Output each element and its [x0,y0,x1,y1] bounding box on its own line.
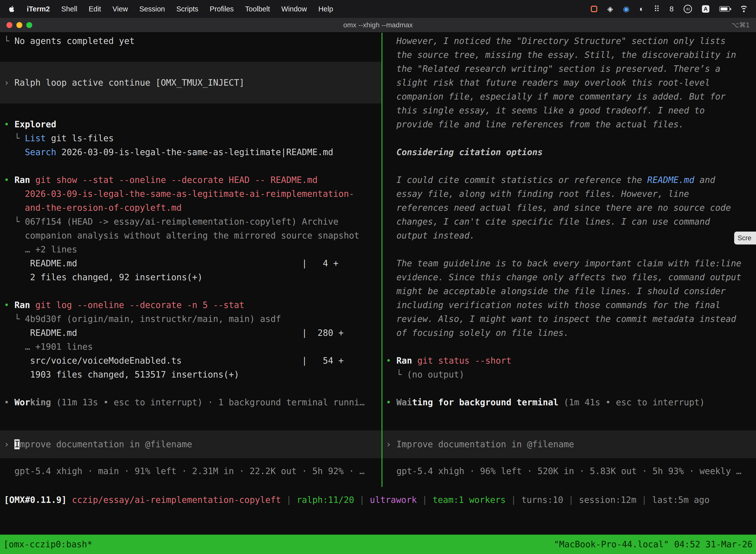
prompt-text-right: › Improve documentation in @filename [382,437,574,451]
explored-header: • Explored [0,117,381,131]
reasoning-line: I could cite commit statistics or refere… [382,173,756,187]
menu-item-edit[interactable]: Edit [88,5,101,13]
session-status-right: gpt-5.4 xhigh · 96% left · 520K in · 5.8… [382,464,756,478]
apple-menu-icon[interactable] [8,5,15,13]
battery-percent-icon[interactable]: .61 [684,5,692,13]
menu-item-shell[interactable]: Shell [61,5,77,13]
blank [382,340,756,354]
reasoning-line: companion file, especially if more comme… [382,90,756,104]
reasoning-line: references need actual files, and since … [382,201,756,215]
prompt-input-left[interactable]: › Improve documentation in @filename [0,430,381,458]
terminal-pane-right[interactable]: However, I noticed the "Directory Struct… [382,33,756,487]
agent-transcript-left: • Explored └ List git ls-files Search 20… [0,117,381,409]
reasoning-line: However, I noticed the "Directory Struct… [382,34,756,48]
reasoning-line: including verification notes with those … [382,298,756,312]
ran-git-show: • Ran git show --stat --oneline --decora… [0,173,381,187]
window-title: omx --xhigh --madmax [0,21,756,29]
tmux-status-bar: [omx-cczip0:bash* "MacBook-Pro-44.local"… [0,535,756,554]
pinwheel-icon[interactable]: ◈ [607,5,613,13]
reasoning-line: provide file and line references from th… [382,117,756,131]
battery-fill [720,7,728,10]
blank [382,131,756,145]
omx-status-bar: [OMX#0.11.9] cczip/essay/ai-reimplementa… [0,493,756,507]
reasoning-line: the "Related research writing" section i… [382,62,756,76]
explored-list: └ List git ls-files [0,131,381,145]
prompt-text-left: › Improve documentation in @filename [0,437,192,451]
reasoning-line: of focusing solely on file lines. [382,326,756,340]
reasoning-line: changes, I can't cite specific file line… [382,215,756,229]
elided-lines: … +1901 lines [0,340,381,354]
terminal-pane-left[interactable]: └ No agents completed yet › Ralph loop a… [0,33,381,487]
blank [0,382,381,395]
reasoning-line: review. Also, I might want to inspect th… [382,312,756,326]
menu-item-profiles[interactable]: Profiles [210,5,234,13]
menu-items: ShellEditViewSessionScriptsProfilesToolb… [61,5,333,13]
working-status: • Working (11m 13s • esc to interrupt) ·… [0,395,381,409]
agents-section: └ No agents completed yet [0,34,381,48]
blank [382,242,756,257]
menu-item-session[interactable]: Session [139,5,165,13]
diffstat-line: README.md | 4 + [0,257,381,270]
command-wrap: and-the-erosion-of-copyleft.md [0,201,381,215]
diffstat-summary: 2 files changed, 92 insertions(+) [0,270,381,284]
menu-item-toolbelt[interactable]: Toolbelt [245,5,270,13]
tmux-host-clock: "MacBook-Pro-44.local" 04:52 31-Mar-26 [554,539,753,549]
grid-dots-icon[interactable]: ⠿ [654,5,659,13]
reasoning-line: the source tree, missing the essay. Stil… [382,48,756,62]
commit-message: └ 067f154 (HEAD -> essay/ai-reimplementa… [0,215,381,229]
screen-popup-label: Scre [738,234,752,242]
window-shortcut: ⌥⌘1 [732,21,756,29]
menu-item-view[interactable]: View [112,5,128,13]
diffstat-summary: 1903 files changed, 513517 insertions(+) [0,368,381,382]
screen: iTerm2 ShellEditViewSessionScriptsProfil… [0,0,756,554]
elided-lines: … +2 lines [0,242,381,257]
explored-search: Search 2026-03-09-is-legal-the-same-as-l… [0,145,381,159]
ran-git-log: • Ran git log --oneline --decorate -n 5 … [0,298,381,312]
agents-status-line: └ No agents completed yet [0,34,381,48]
moon-icon[interactable]: ◐ [639,5,644,13]
diffstat-line: src/voice/voiceModeEnabled.ts | 54 + [0,354,381,368]
prompt-input-right[interactable]: › Improve documentation in @filename [382,430,756,458]
terminal-panes: └ No agents completed yet › Ralph loop a… [0,33,756,487]
reasoning-line: might be acceptable alongside the file l… [382,284,756,298]
menu-bar: iTerm2 ShellEditViewSessionScriptsProfil… [0,0,756,18]
blank [0,159,381,173]
reasoning-line: evidence. Since this change only affects… [382,270,756,284]
agent-transcript-right: However, I noticed the "Directory Struct… [382,34,756,409]
battery-icon[interactable] [719,6,730,12]
menubar-status-icons: ◈ ◉ ◐ ⠿ 8 .61 A [591,5,748,13]
terminal: └ No agents completed yet › Ralph loop a… [0,33,756,554]
app-menu-iterm2[interactable]: iTerm2 [27,5,50,13]
menu-item-scripts[interactable]: Scripts [176,5,198,13]
reasoning-line: output instead. [382,229,756,242]
menu-item-window[interactable]: Window [281,5,307,13]
menu-item-help[interactable]: Help [318,5,333,13]
commit-message: companion analysis without altering the … [0,229,381,242]
reasoning-line: slight risk that future readers may over… [382,76,756,90]
ran-git-status: • Ran git status --short [382,354,756,368]
reasoning-line: The team guideline is to back every impo… [382,257,756,270]
blank [382,382,756,395]
input-source-icon[interactable]: A [702,5,709,13]
wifi-icon[interactable] [740,6,748,12]
no-output-line: └ (no output) [382,368,756,382]
session-status-left: gpt-5.4 xhigh · main · 91% left · 2.31M … [0,464,381,478]
diffstat-line: README.md | 280 + [0,326,381,340]
waiting-status: • Waiting for background terminal (1m 41… [382,395,756,409]
blank [0,284,381,298]
ralph-loop-banner: › Ralph loop active continue [OMX_TMUX_I… [0,62,381,104]
blank [382,159,756,173]
reasoning-heading: Considering citation options [382,145,756,159]
keyboard-8-icon[interactable]: 8 [670,5,674,13]
window-title-bar[interactable]: omx --xhigh --madmax ⌥⌘1 [0,18,756,33]
tmux-session-info: [omx-cczip0:bash* [3,539,92,549]
screen-popup[interactable]: Scre [734,232,756,244]
command-wrap: 2026-03-09-is-legal-the-same-as-legitima… [0,187,381,201]
ralph-loop-banner-lines: › Ralph loop active continue [OMX_TMUX_I… [0,76,244,90]
reasoning-line: essay file, along with finding root file… [382,187,756,201]
commit-line: └ 4b9d30f (origin/main, instructkr/main,… [0,312,381,326]
ralph-loop-inject-line: › Ralph loop active continue [OMX_TMUX_I… [0,76,244,90]
droplet-icon[interactable]: ◉ [623,5,630,13]
reasoning-line: this single essay, it seems like a good … [382,104,756,117]
screen-recording-indicator[interactable] [591,6,597,12]
